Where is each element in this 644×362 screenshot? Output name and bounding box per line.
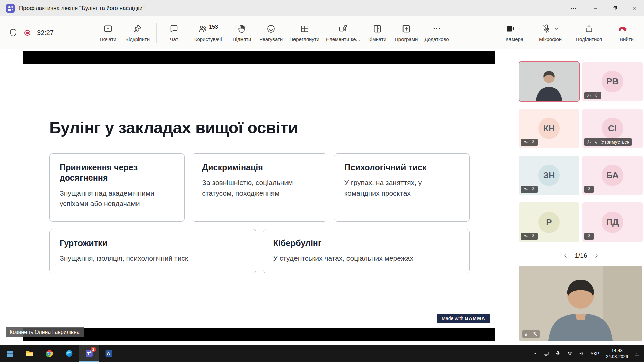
- toolbar-button-leave[interactable]: Вийти: [612, 23, 641, 42]
- participant-tile[interactable]: ЗН: [519, 156, 579, 195]
- apps-icon: [401, 24, 411, 34]
- toolbar-button-label: Вийти: [620, 36, 634, 42]
- participant-tile[interactable]: ПД: [582, 202, 643, 242]
- toolbar-button-rooms[interactable]: Кімнати: [363, 23, 391, 42]
- minimize-icon: [593, 6, 598, 10]
- toolbar-button-view[interactable]: Переглянути: [286, 23, 323, 42]
- toolbar-button-meeting-controls[interactable]: Елементи ке...: [323, 23, 363, 42]
- taskbar-date: 24.03.2026: [606, 354, 628, 360]
- card-body: У групах, на заняттях, у командних проєк…: [344, 177, 455, 198]
- card-body: У студентських чатах, соціальних мережах: [273, 253, 460, 264]
- react-icon: [266, 24, 276, 34]
- file-explorer-button[interactable]: [20, 345, 40, 362]
- window-close-button[interactable]: [625, 0, 644, 16]
- chevron-down-icon[interactable]: [518, 26, 523, 32]
- toolbar-button-label: Кімнати: [368, 36, 386, 42]
- toolbar-divider: [156, 23, 157, 43]
- microphone-tray-button[interactable]: [552, 345, 564, 362]
- participant-status-badge: [584, 233, 594, 240]
- shield-icon: [9, 28, 18, 37]
- toolbar-button-camera[interactable]: Камера: [500, 23, 529, 42]
- hidden-icons-button[interactable]: [529, 345, 540, 362]
- mic-off-icon: [531, 140, 535, 145]
- next-page-button[interactable]: [593, 252, 600, 259]
- edge-button[interactable]: [59, 345, 79, 362]
- toolbar-button-label: Програми: [395, 36, 418, 42]
- meeting-toolbar: 32:27 Почати Відкріпити Чат 153 Користув…: [0, 16, 644, 49]
- participant-count: 153: [209, 24, 218, 30]
- participant-initials: РВ: [606, 76, 619, 87]
- participant-tile-video[interactable]: [519, 62, 579, 101]
- more-icon: [432, 24, 441, 34]
- made-with-gamma-badge: Made with GAMMA: [437, 314, 490, 323]
- toolbar-button-apps[interactable]: Програми: [391, 23, 421, 42]
- card-body: Знущання, ізоляція, психологічний тиск: [60, 253, 246, 264]
- ellipsis-icon: [571, 8, 576, 9]
- slide-letterbox-top: [23, 51, 495, 64]
- participant-tile[interactable]: Р: [519, 202, 579, 242]
- start-button[interactable]: [0, 345, 20, 362]
- chevron-right-icon: [593, 252, 600, 259]
- speaker-icon: [579, 351, 584, 356]
- toolbar-button-more[interactable]: Додатково: [421, 23, 452, 42]
- camera-icon: [506, 24, 515, 34]
- guest-icon: [587, 93, 591, 98]
- participant-tile[interactable]: РВ: [582, 62, 643, 101]
- window-more-button[interactable]: [564, 0, 583, 16]
- action-center-button[interactable]: [631, 345, 644, 362]
- meeting-controls-icon: [338, 24, 348, 34]
- window-restore-button[interactable]: [605, 0, 625, 16]
- card-body: Знущання над академічними успіхами або н…: [60, 188, 170, 209]
- participant-initials: КН: [543, 123, 555, 134]
- language-indicator[interactable]: УКР: [587, 351, 603, 356]
- mic-off-icon: [531, 187, 535, 192]
- chrome-icon: [45, 349, 54, 358]
- chat-icon: [169, 24, 179, 34]
- toolbar-button-people[interactable]: 153 Користувачі: [188, 23, 228, 42]
- previous-page-button[interactable]: [562, 252, 569, 259]
- page-indicator: 1/16: [575, 252, 587, 259]
- participant-tile[interactable]: СІ Утримується: [582, 109, 643, 148]
- unpin-icon: [133, 24, 142, 34]
- volume-tray-button[interactable]: [576, 345, 587, 362]
- leave-call-icon: [618, 24, 628, 34]
- toolbar-button-microphone[interactable]: Мікрофон: [536, 23, 565, 42]
- network-tray-button[interactable]: [564, 345, 576, 362]
- participant-initials: СІ: [608, 123, 617, 134]
- guest-icon: [523, 140, 528, 145]
- toolbar-button-unpin[interactable]: Відкріпити: [122, 23, 153, 42]
- rooms-icon: [373, 24, 382, 34]
- window-titlebar: Профілактична лекція "Булінг та його нас…: [0, 0, 644, 16]
- toolbar-divider: [532, 23, 532, 43]
- participant-status-badge: [521, 186, 538, 193]
- chevron-down-icon[interactable]: [631, 26, 636, 32]
- toolbar-button-present[interactable]: Почати: [94, 23, 122, 42]
- window-minimize-button[interactable]: [586, 0, 605, 16]
- toolbar-button-react[interactable]: Реагувати: [256, 23, 286, 42]
- chevron-down-icon[interactable]: [554, 26, 559, 32]
- toolbar-button-label: Підняти: [233, 36, 251, 42]
- present-icon: [103, 24, 113, 34]
- avatar: БА: [602, 165, 623, 186]
- teams-taskbar-button[interactable]: 2: [79, 345, 99, 362]
- slide-card: Приниження через досягнення Знущання над…: [49, 153, 185, 222]
- shared-slide: Булінг у закладах вищої освіти Приниженн…: [23, 64, 495, 328]
- toolbar-button-label: Користувачі: [194, 36, 222, 42]
- word-button[interactable]: [99, 345, 119, 362]
- toolbar-button-chat[interactable]: Чат: [160, 23, 188, 42]
- file-explorer-icon: [25, 349, 34, 358]
- participant-tile[interactable]: КН: [519, 109, 579, 148]
- chrome-button[interactable]: [40, 345, 59, 362]
- microphone-icon: [555, 351, 561, 356]
- connection-bars-icon: [524, 331, 529, 337]
- participant-tile-large-video[interactable]: [519, 266, 642, 341]
- slide-card-row: Гуртожитки Знущання, ізоляція, психологі…: [49, 229, 470, 273]
- display-tray-button[interactable]: [540, 345, 552, 362]
- participant-status-badge: [522, 330, 540, 338]
- taskbar-clock[interactable]: 14:48 24.03.2026: [603, 348, 631, 359]
- toolbar-button-share[interactable]: Поділитися: [572, 23, 605, 42]
- avatar: СІ: [602, 118, 623, 139]
- participant-tile[interactable]: БА: [582, 156, 643, 195]
- toolbar-button-raise-hand[interactable]: Підняти: [228, 23, 256, 42]
- people-icon: [198, 24, 207, 34]
